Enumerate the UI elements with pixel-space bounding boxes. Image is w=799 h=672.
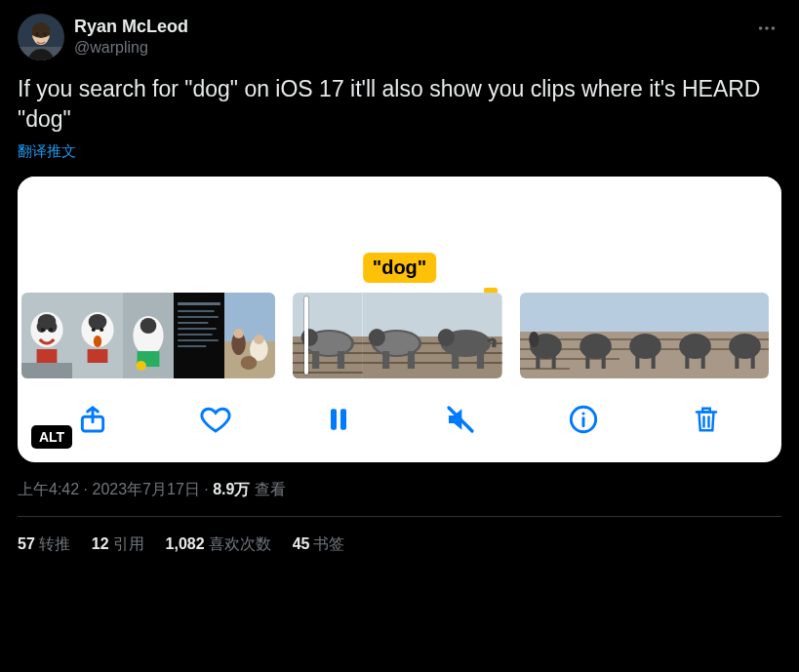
svg-rect-66 xyxy=(408,351,415,369)
svg-rect-100 xyxy=(652,353,656,369)
retweets-stat[interactable]: 57转推 xyxy=(18,534,70,555)
info-icon[interactable] xyxy=(560,400,607,439)
alt-badge[interactable]: ALT xyxy=(31,425,72,449)
svg-point-98 xyxy=(629,334,661,359)
playhead[interactable] xyxy=(304,296,308,375)
svg-rect-114 xyxy=(751,353,755,369)
author-name-block[interactable]: Ryan McLeod @warpling xyxy=(74,16,188,58)
svg-rect-33 xyxy=(178,322,208,324)
svg-rect-56 xyxy=(338,351,344,369)
svg-point-13 xyxy=(41,328,45,332)
clip-group[interactable] xyxy=(520,293,769,378)
svg-point-4 xyxy=(43,32,46,36)
svg-point-91 xyxy=(579,334,612,359)
svg-point-112 xyxy=(729,334,761,359)
svg-point-21 xyxy=(100,328,103,332)
bookmarks-stat[interactable]: 45书签 xyxy=(293,534,345,555)
svg-rect-84 xyxy=(536,353,539,369)
svg-rect-38 xyxy=(224,293,275,341)
svg-rect-31 xyxy=(178,310,214,312)
pause-icon[interactable] xyxy=(315,400,362,439)
media-controls xyxy=(18,378,781,449)
svg-rect-99 xyxy=(635,353,639,369)
svg-point-73 xyxy=(438,329,455,346)
svg-point-19 xyxy=(89,314,107,330)
share-icon[interactable] xyxy=(69,400,116,439)
tweet-time: 上午4:42 xyxy=(18,481,79,497)
svg-rect-93 xyxy=(602,353,606,369)
svg-point-14 xyxy=(49,328,53,332)
svg-rect-86 xyxy=(570,293,619,332)
svg-point-105 xyxy=(679,334,711,359)
tweet-stats: 57转推 12引用 1,082喜欢次数 45书签 xyxy=(18,517,781,555)
tweet-container: Ryan McLeod @warpling If you search for … xyxy=(0,0,799,555)
tweet-date: 2023年7月17日 xyxy=(92,481,199,497)
svg-point-22 xyxy=(94,336,101,347)
quotes-stat[interactable]: 12引用 xyxy=(92,534,144,555)
svg-rect-74 xyxy=(452,351,459,369)
avatar[interactable] xyxy=(18,14,64,60)
svg-rect-113 xyxy=(735,353,739,369)
svg-point-41 xyxy=(233,329,243,338)
svg-rect-32 xyxy=(178,316,219,318)
svg-rect-30 xyxy=(178,302,220,305)
tweet-text: If you search for "dog" on iOS 17 it'll … xyxy=(18,74,781,135)
svg-point-5 xyxy=(759,26,763,30)
svg-rect-107 xyxy=(701,353,705,369)
tweet-header: Ryan McLeod @warpling xyxy=(18,14,781,60)
svg-point-44 xyxy=(241,356,258,370)
svg-rect-116 xyxy=(331,409,337,429)
svg-point-64 xyxy=(368,329,384,346)
handle: @warpling xyxy=(74,38,188,58)
svg-point-3 xyxy=(35,32,38,36)
svg-point-43 xyxy=(254,335,263,344)
svg-rect-15 xyxy=(37,349,58,363)
svg-point-28 xyxy=(137,361,146,371)
svg-rect-92 xyxy=(585,353,589,369)
svg-rect-55 xyxy=(312,351,319,369)
svg-rect-75 xyxy=(477,351,484,369)
svg-rect-108 xyxy=(719,293,769,332)
views-label: 查看 xyxy=(250,481,285,497)
svg-point-6 xyxy=(765,26,769,30)
svg-rect-117 xyxy=(340,409,346,429)
svg-rect-65 xyxy=(382,351,389,369)
svg-point-20 xyxy=(92,328,96,332)
heart-icon[interactable] xyxy=(192,400,239,439)
search-term-badge: "dog" xyxy=(363,253,437,283)
clip-group-active[interactable] xyxy=(293,293,502,378)
svg-rect-106 xyxy=(685,353,689,369)
svg-rect-35 xyxy=(178,334,212,336)
svg-rect-16 xyxy=(21,363,72,378)
svg-rect-101 xyxy=(669,293,719,332)
more-options-button[interactable] xyxy=(752,14,781,47)
svg-rect-76 xyxy=(520,293,570,332)
svg-rect-36 xyxy=(178,339,219,341)
likes-stat[interactable]: 1,082喜欢次数 xyxy=(166,534,271,555)
video-timeline[interactable] xyxy=(18,293,781,378)
views-count: 8.9万 xyxy=(213,481,250,497)
translate-link[interactable]: 翻译推文 xyxy=(18,142,781,161)
mute-icon[interactable] xyxy=(437,400,484,439)
svg-rect-85 xyxy=(552,353,556,369)
svg-point-7 xyxy=(772,26,776,30)
clip-group[interactable] xyxy=(21,293,275,378)
svg-rect-37 xyxy=(178,345,206,347)
media-attachment[interactable]: "dog" xyxy=(18,177,781,462)
trash-icon[interactable] xyxy=(683,400,730,439)
display-name: Ryan McLeod xyxy=(74,16,188,38)
svg-rect-34 xyxy=(178,328,217,330)
svg-rect-94 xyxy=(619,293,669,332)
svg-point-26 xyxy=(140,318,157,334)
tweet-meta[interactable]: 上午4:42 · 2023年7月17日 · 8.9万 查看 xyxy=(18,480,781,500)
svg-rect-23 xyxy=(88,349,108,363)
svg-point-83 xyxy=(529,332,539,347)
svg-point-121 xyxy=(582,412,585,415)
